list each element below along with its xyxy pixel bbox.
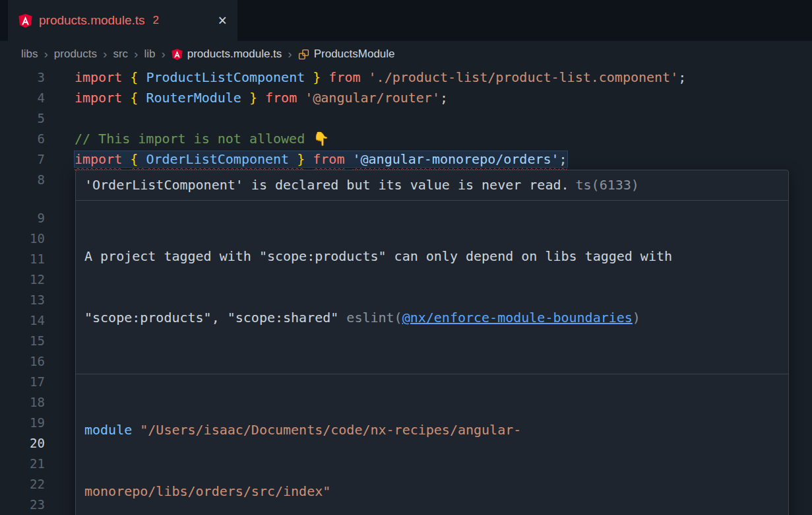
tab-problems-badge: 2 (153, 14, 159, 27)
breadcrumb-item-lib[interactable]: lib (144, 48, 155, 61)
tab-title: products.module.ts (39, 13, 145, 28)
module-keyword: module (84, 422, 132, 438)
line-number: 13 (0, 290, 45, 310)
ts-error-source: ts(6133) (576, 177, 639, 193)
error-squiggle: import { OrderListComponent } from '@ang… (75, 151, 567, 167)
line-number: 23 (0, 495, 45, 515)
eslint-error-message: A project tagged with "scope:products" c… (76, 200, 788, 374)
breadcrumb-item-file[interactable]: products.module.ts (187, 48, 282, 61)
line-number: 14 (0, 310, 45, 331)
line-number: 7 (0, 149, 45, 170)
angular-icon (172, 49, 183, 60)
module-path-line2: monorepo/libs/orders/src/index" (84, 481, 780, 502)
hover-popup: 'OrderListComponent' is declared but its… (75, 170, 789, 515)
chevron-separator-icon: › (134, 47, 138, 61)
chevron-separator-icon: › (161, 47, 165, 61)
breadcrumb-item-src[interactable]: src (113, 48, 128, 61)
tab-bar: products.module.ts 2 × (0, 0, 812, 41)
chevron-separator-icon: › (103, 47, 107, 61)
close-icon[interactable]: × (218, 13, 227, 28)
line-number: 11 (0, 249, 45, 269)
code-text[interactable]: import { OrderListComponent } from '@ang… (75, 149, 567, 170)
ts-error-text: 'OrderListComponent' is declared but its… (84, 177, 569, 193)
code-text[interactable]: import { RouterModule } from '@angular/r… (75, 88, 448, 108)
tab-products-module[interactable]: products.module.ts 2 × (8, 0, 237, 41)
eslint-rule-link[interactable]: @nx/enforce-module-boundaries (402, 310, 633, 326)
line-number: 5 (0, 108, 45, 129)
code-line-7[interactable]: 7import { OrderListComponent } from '@an… (0, 149, 812, 170)
breadcrumb-item-libs[interactable]: libs (21, 48, 38, 61)
line-number: 20 (0, 433, 45, 454)
line-number: 12 (0, 269, 45, 290)
angular-icon (18, 14, 32, 28)
breadcrumb-item-symbol[interactable]: ProductsModule (314, 48, 395, 61)
eslint-source-open: eslint( (346, 310, 402, 326)
line-number: 4 (0, 88, 45, 108)
module-path-line1: "/Users/isaac/Documents/code/nx-recipes/… (132, 422, 521, 438)
eslint-source-close: ) (633, 310, 640, 326)
line-number: 6 (0, 129, 45, 149)
line-number: 22 (0, 474, 45, 495)
code-line-3[interactable]: 3import { ProductListComponent } from '.… (0, 67, 812, 88)
symbol-class-icon (298, 49, 309, 60)
line-number: 16 (0, 351, 45, 372)
code-text[interactable]: // This import is not allowed 👇 (75, 129, 329, 149)
line-number: 10 (0, 228, 45, 249)
code-line-4[interactable]: 4import { RouterModule } from '@angular/… (0, 88, 812, 108)
line-number: 18 (0, 392, 45, 413)
line-number: 21 (0, 454, 45, 474)
chevron-separator-icon: › (288, 47, 292, 61)
chevron-separator-icon: › (44, 47, 48, 61)
line-number: 17 (0, 372, 45, 392)
line-number: 19 (0, 413, 45, 433)
code-line-6[interactable]: 6// This import is not allowed 👇 (0, 129, 812, 149)
code-text[interactable]: import { ProductListComponent } from './… (75, 67, 686, 88)
ts-error-message: 'OrderListComponent' is declared but its… (76, 170, 788, 200)
line-number: 8 (0, 170, 45, 190)
line-number: 15 (0, 331, 45, 351)
eslint-error-line2: "scope:products", "scope:shared" eslint(… (84, 308, 780, 328)
line-number: 9 (0, 208, 45, 228)
breadcrumb-item-products[interactable]: products (54, 48, 97, 61)
breadcrumb: libs › products › src › lib › products.m… (0, 41, 812, 67)
eslint-error-line1: A project tagged with "scope:products" c… (84, 246, 780, 267)
code-line-5[interactable]: 5 (0, 108, 812, 129)
line-number: 3 (0, 67, 45, 88)
module-info-block: module "/Users/isaac/Documents/code/nx-r… (76, 374, 788, 515)
